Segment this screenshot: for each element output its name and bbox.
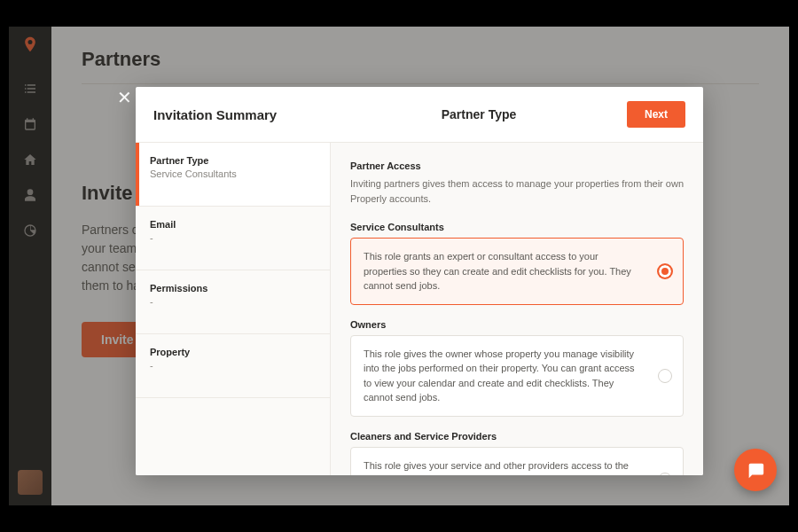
chat-icon [746,460,765,480]
modal-header: Invitation Summary Partner Type Next [136,87,703,143]
role-label-owners: Owners [350,319,684,330]
summary-column: Partner Type Service Consultants Email -… [136,143,331,475]
partner-access-description: Inviting partners gives them access to m… [350,176,684,206]
role-option-cleaners[interactable]: This role gives your service and other p… [350,447,684,476]
app-frame: Partners Invite Your Partners Partners c… [9,27,789,505]
partner-access-heading: Partner Access [350,160,684,171]
summary-step-value: - [150,232,316,243]
chat-fab[interactable] [734,449,777,491]
detail-column: Partner Access Inviting partners gives t… [331,143,703,475]
modal-summary-title: Invitation Summary [153,107,331,122]
summary-step-partner-type[interactable]: Partner Type Service Consultants [136,143,330,207]
summary-step-value: Service Consultants [150,168,316,179]
next-button[interactable]: Next [627,101,685,128]
summary-step-label: Permissions [150,283,316,293]
summary-step-permissions[interactable]: Permissions - [136,270,330,334]
role-option-service-consultants[interactable]: This role grants an expert or consultant… [350,238,684,305]
role-description: This role gives your service and other p… [364,460,630,476]
role-description: This role grants an expert or consultant… [364,251,631,291]
role-description: This role gives the owner whose property… [364,348,635,403]
summary-step-label: Email [150,219,316,230]
invitation-modal: Invitation Summary Partner Type Next Par… [136,87,703,475]
summary-step-property[interactable]: Property - [136,334,330,398]
role-label-service-consultants: Service Consultants [350,222,684,232]
role-label-cleaners: Cleaners and Service Providers [350,431,684,442]
radio-icon [658,473,672,475]
modal-body: Partner Type Service Consultants Email -… [136,143,703,475]
close-icon[interactable]: ✕ [117,89,132,106]
summary-step-email[interactable]: Email - [136,207,330,270]
radio-icon [658,369,672,383]
summary-step-label: Partner Type [150,155,316,166]
modal-step-title: Partner Type [331,107,627,121]
summary-step-label: Property [150,347,316,357]
radio-icon [658,264,672,278]
summary-step-value: - [150,296,316,307]
role-option-owners[interactable]: This role gives the owner whose property… [350,335,684,417]
summary-step-value: - [150,360,316,371]
